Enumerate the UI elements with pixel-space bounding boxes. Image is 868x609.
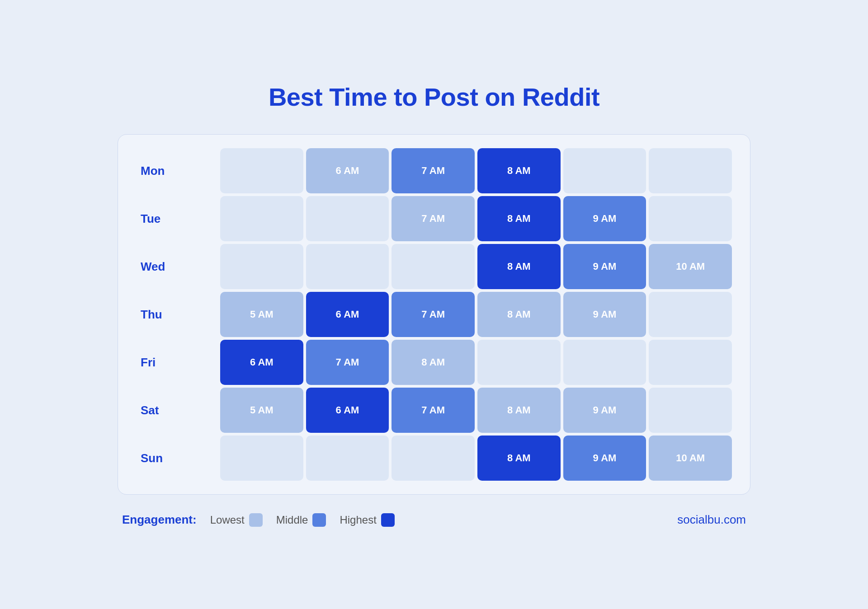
- cell-mon-4: [563, 148, 646, 193]
- cell-mon-3: 8 AM: [477, 148, 561, 193]
- legend-item-lowest: Lowest: [210, 513, 263, 527]
- cell-sun-1: [306, 436, 389, 481]
- legend-middle-text: Middle: [276, 514, 308, 526]
- cell-mon-1: 6 AM: [306, 148, 389, 193]
- cell-sat-1: 6 AM: [306, 388, 389, 433]
- legend-item-highest: Highest: [340, 513, 394, 527]
- day-label-fri: Fri: [136, 340, 217, 385]
- day-label-sun: Sun: [136, 436, 217, 481]
- cell-fri-4: [563, 340, 646, 385]
- cell-wed-2: [392, 244, 475, 289]
- legend-box-middle: [312, 513, 326, 527]
- day-label-thu: Thu: [136, 292, 217, 337]
- cell-sat-5: [649, 388, 732, 433]
- cell-tue-1: [306, 196, 389, 241]
- cell-tue-0: [220, 196, 303, 241]
- cell-tue-5: [649, 196, 732, 241]
- cell-thu-3: 8 AM: [477, 292, 561, 337]
- cell-thu-5: [649, 292, 732, 337]
- heatmap-card: Mon6 AM7 AM8 AMTue7 AM8 AM9 AMWed8 AM9 A…: [118, 134, 750, 495]
- day-label-mon: Mon: [136, 148, 217, 193]
- cell-wed-5: 10 AM: [649, 244, 732, 289]
- cell-fri-3: [477, 340, 561, 385]
- day-label-wed: Wed: [136, 244, 217, 289]
- cell-fri-2: 8 AM: [392, 340, 475, 385]
- cell-sat-0: 5 AM: [220, 388, 303, 433]
- cell-wed-3: 8 AM: [477, 244, 561, 289]
- cell-thu-2: 7 AM: [392, 292, 475, 337]
- cell-sun-0: [220, 436, 303, 481]
- cell-mon-2: 7 AM: [392, 148, 475, 193]
- heatmap-grid: Mon6 AM7 AM8 AMTue7 AM8 AM9 AMWed8 AM9 A…: [136, 148, 732, 481]
- cell-sat-3: 8 AM: [477, 388, 561, 433]
- legend-box-highest: [381, 513, 395, 527]
- cell-fri-1: 7 AM: [306, 340, 389, 385]
- cell-thu-4: 9 AM: [563, 292, 646, 337]
- cell-wed-1: [306, 244, 389, 289]
- cell-thu-1: 6 AM: [306, 292, 389, 337]
- legend-item-middle: Middle: [276, 513, 326, 527]
- cell-mon-0: [220, 148, 303, 193]
- cell-thu-0: 5 AM: [220, 292, 303, 337]
- cell-wed-0: [220, 244, 303, 289]
- cell-fri-5: [649, 340, 732, 385]
- cell-sat-2: 7 AM: [392, 388, 475, 433]
- legend: Engagement: Lowest Middle Highest social…: [118, 513, 750, 527]
- cell-mon-5: [649, 148, 732, 193]
- legend-lowest-text: Lowest: [210, 514, 245, 526]
- cell-sun-5: 10 AM: [649, 436, 732, 481]
- cell-sun-4: 9 AM: [563, 436, 646, 481]
- cell-tue-2: 7 AM: [392, 196, 475, 241]
- legend-label: Engagement:: [122, 513, 197, 527]
- legend-highest-text: Highest: [340, 514, 376, 526]
- legend-box-lowest: [249, 513, 263, 527]
- page-title: Best Time to Post on Reddit: [269, 82, 599, 112]
- cell-tue-4: 9 AM: [563, 196, 646, 241]
- cell-sat-4: 9 AM: [563, 388, 646, 433]
- cell-fri-0: 6 AM: [220, 340, 303, 385]
- cell-wed-4: 9 AM: [563, 244, 646, 289]
- brand-text: socialbu.com: [677, 513, 746, 527]
- page-wrapper: Best Time to Post on Reddit Mon6 AM7 AM8…: [0, 0, 868, 609]
- day-label-tue: Tue: [136, 196, 217, 241]
- cell-sun-3: 8 AM: [477, 436, 561, 481]
- cell-tue-3: 8 AM: [477, 196, 561, 241]
- cell-sun-2: [392, 436, 475, 481]
- day-label-sat: Sat: [136, 388, 217, 433]
